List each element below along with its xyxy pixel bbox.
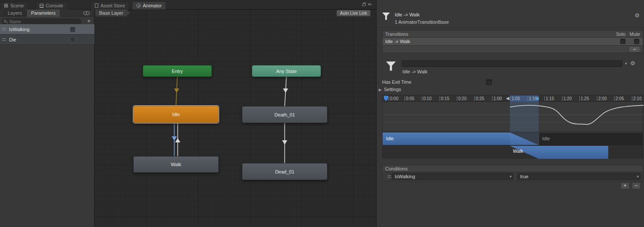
transition-display-label: Idle -> Walk <box>402 69 427 74</box>
transition-end-marker[interactable]: ◀ <box>535 96 539 101</box>
time-tick: 1:20 <box>562 96 572 101</box>
trigger-radio[interactable] <box>70 37 75 43</box>
has-exit-time-checkbox[interactable] <box>486 79 492 85</box>
transitions-title: Transitions <box>385 32 408 37</box>
mute-checkbox[interactable] <box>634 39 639 44</box>
drag-handle-icon[interactable] <box>387 176 391 178</box>
time-tick: 0:15 <box>440 96 449 101</box>
parameters-panel: Layers Parameters + IsWalking Die <box>0 9 94 227</box>
time-tick: 1:15 <box>544 96 554 101</box>
time-tick: 2:10 <box>632 96 641 101</box>
conditions-header: Conditions <box>382 165 643 172</box>
search-icon <box>4 20 6 22</box>
time-tick: 0:20 <box>457 96 466 101</box>
parameter-search-input[interactable] <box>2 19 81 25</box>
animator-canvas[interactable]: Base Layer Auto Live Link Entry Any Stat… <box>94 9 377 227</box>
tab-parameters[interactable]: Parameters <box>27 9 60 17</box>
tab-asset-store[interactable]: Asset Store <box>91 1 129 9</box>
add-parameter-button[interactable]: + <box>86 18 92 24</box>
transition-list-row[interactable]: Idle -> Walk <box>382 38 643 46</box>
parameter-name: IsWalking <box>9 27 94 32</box>
add-condition-button[interactable]: + <box>621 183 629 189</box>
conditions-title: Conditions <box>385 166 408 171</box>
tab-layers[interactable]: Layers <box>3 9 27 17</box>
inspector-title: Idle -> Walk <box>395 12 420 17</box>
parameters-tab-bar: Layers Parameters <box>0 9 94 17</box>
transition-icon <box>386 60 398 73</box>
time-tick: 2:05 <box>614 96 624 101</box>
transition-name-field[interactable] <box>402 60 622 67</box>
remove-transition-button[interactable]: − <box>629 46 640 52</box>
inspector-panel: Idle -> Walk 1 AnimatorTransitionBase ⚙ … <box>376 0 644 227</box>
state-node-death01[interactable]: Death_01 <box>242 106 327 123</box>
solo-column-label: Solo <box>616 31 625 38</box>
parameter-row-die[interactable]: Die <box>0 35 94 45</box>
asset-store-icon <box>95 3 98 8</box>
parameter-row-iswalking[interactable]: IsWalking <box>0 24 94 35</box>
time-tick: 0:00 <box>389 96 398 101</box>
drag-handle-icon[interactable] <box>2 38 6 41</box>
auto-live-link-button[interactable]: Auto Live Link <box>336 10 371 16</box>
animator-icon <box>136 3 141 8</box>
state-node-walk[interactable]: Walk <box>133 156 219 173</box>
left-pane-menu-icon[interactable]: ▾≡ <box>368 2 371 6</box>
inspector-header: Idle -> Walk 1 AnimatorTransitionBase ⚙ <box>377 9 644 28</box>
transition-row-label: Idle -> Walk <box>385 39 410 44</box>
breadcrumb[interactable]: Base Layer <box>95 9 130 16</box>
time-tick: 1:25 <box>579 96 589 101</box>
transitions-header: Transitions Solo Mute <box>382 30 643 38</box>
condition-parameter-dropdown[interactable]: IsWalking <box>392 173 513 180</box>
gear-icon[interactable]: ⚙ <box>630 60 635 66</box>
next-state-block-label: Idle <box>542 136 550 141</box>
scene-icon <box>4 4 8 8</box>
conditions-section: Conditions IsWalking true + − <box>382 165 643 189</box>
tab-scene[interactable]: Scene <box>0 1 28 9</box>
state-node-idle[interactable]: Idle <box>133 106 219 123</box>
condition-row[interactable]: IsWalking true <box>382 172 643 181</box>
parameter-name: Die <box>9 37 94 42</box>
time-tick: 0:10 <box>422 96 431 101</box>
gear-icon[interactable]: ⚙ <box>635 12 640 19</box>
remove-condition-button[interactable]: − <box>632 183 641 189</box>
time-tick: 0:05 <box>405 96 414 101</box>
transition-range-overlay <box>510 102 539 132</box>
inspector-subtitle: 1 AnimatorTransitionBase <box>395 19 449 25</box>
settings-foldout-label[interactable]: Settings <box>384 87 401 92</box>
transition-timeline[interactable]: 0:00 0:05 0:10 0:15 0:20 0:25 1:00 1:05 … <box>382 95 643 159</box>
eye-icon[interactable] <box>83 11 90 15</box>
next-state-block[interactable] <box>539 132 643 145</box>
next-state-bar-label: Walk <box>513 148 523 154</box>
tab-console-label: Console <box>46 3 63 8</box>
solo-checkbox[interactable] <box>620 39 625 44</box>
transition-icon <box>382 12 390 20</box>
mute-column-label: Mute <box>630 31 640 38</box>
tab-animator-label: Animator <box>143 3 162 8</box>
transition-range-overlay <box>510 132 539 145</box>
tab-scene-label: Scene <box>10 3 24 8</box>
has-exit-time-label: Has Exit Time <box>382 79 412 85</box>
transitions-list-footer: − <box>382 46 643 53</box>
current-state-bar-label: Idle <box>386 136 394 141</box>
console-icon <box>40 4 44 8</box>
transitions-section: Transitions Solo Mute Idle -> Walk − <box>382 30 643 53</box>
condition-value-dropdown[interactable]: true <box>517 173 641 180</box>
time-tick: 2:00 <box>597 96 606 101</box>
timeline-track-current[interactable]: Idle Idle <box>383 132 643 145</box>
state-node-entry[interactable]: Entry <box>143 65 212 77</box>
tab-console[interactable]: Console <box>35 1 67 9</box>
playhead-marker[interactable] <box>384 96 388 101</box>
state-node-any-state[interactable]: Any State <box>252 65 321 77</box>
drag-handle-icon[interactable] <box>2 28 6 30</box>
timeline-ruler[interactable]: 0:00 0:05 0:10 0:15 0:20 0:25 1:00 1:05 … <box>383 95 643 102</box>
blend-curve-area[interactable] <box>383 102 643 132</box>
state-node-dead01[interactable]: Dead_01 <box>242 163 327 180</box>
left-pane-lock-icon[interactable] <box>362 3 366 6</box>
timeline-track-next[interactable]: Walk <box>383 146 643 159</box>
transition-start-marker[interactable]: ◀ <box>506 96 509 101</box>
bool-checkbox[interactable] <box>70 27 75 32</box>
settings-foldout-arrow[interactable]: ▶ <box>379 88 382 92</box>
conditions-footer: + − <box>382 181 643 189</box>
preset-dropdown-icon[interactable]: ▾ <box>625 61 627 66</box>
tab-animator[interactable]: Animator <box>132 1 166 9</box>
time-tick: 0:25 <box>474 96 484 101</box>
